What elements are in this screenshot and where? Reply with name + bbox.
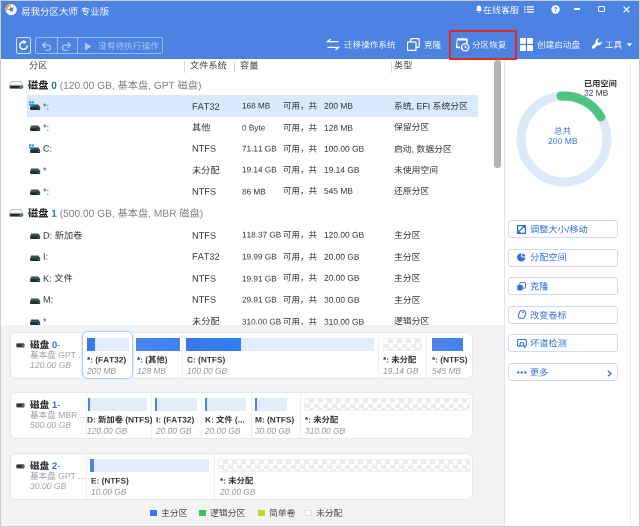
svg-text:?: ? bbox=[553, 6, 557, 13]
